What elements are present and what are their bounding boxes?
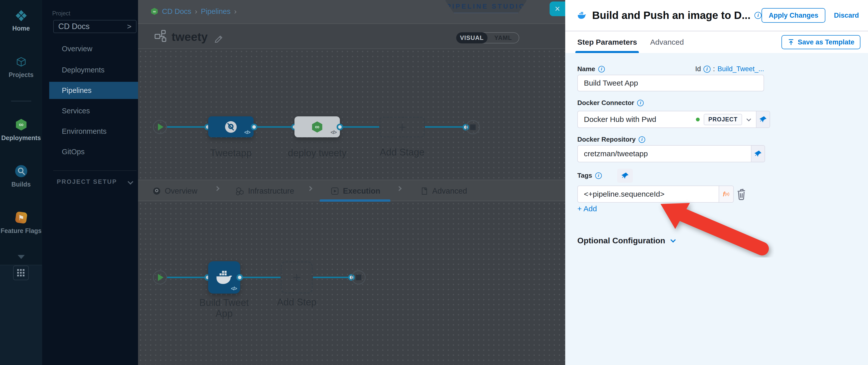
connector-line xyxy=(343,126,379,128)
sidebar-item-services[interactable]: Services xyxy=(42,102,138,119)
fx-expression-button[interactable]: f(x) xyxy=(719,186,733,202)
add-stage-button[interactable]: + xyxy=(379,117,425,138)
deployments-icon: ∞ xyxy=(14,118,28,131)
pin-icon xyxy=(759,116,767,123)
docker-icon xyxy=(577,9,587,21)
project-selector[interactable]: CD Docs > xyxy=(53,20,136,33)
step-id-value[interactable]: Build_Tweet_... xyxy=(717,65,764,73)
step-node-build-tweet-app[interactable]: </> xyxy=(208,261,240,294)
toggle-visual[interactable]: VISUAL xyxy=(456,32,488,43)
pipeline-studio-banner: PIPELINE STUDIO xyxy=(445,0,527,13)
stage-label: deploy tweety xyxy=(287,148,347,158)
docker-icon xyxy=(216,270,233,284)
connector-dot xyxy=(237,274,243,281)
step-id: Id i : Build_Tweet_... xyxy=(695,65,764,73)
info-icon[interactable]: i xyxy=(754,12,762,19)
step-label: Build Tweet App xyxy=(192,297,256,319)
active-tab-underline xyxy=(320,200,390,202)
advanced-tab-icon xyxy=(420,187,428,195)
save-as-template-button[interactable]: Save as Template xyxy=(781,35,861,49)
close-drawer-button[interactable]: × xyxy=(550,1,565,16)
pipeline-title: tweety xyxy=(172,30,208,44)
breadcrumb-link-project[interactable]: CD Docs xyxy=(162,7,191,16)
sidebar-divider xyxy=(53,171,136,171)
tab-advanced[interactable]: Advanced xyxy=(650,38,684,47)
svg-text:∞: ∞ xyxy=(315,123,319,130)
rail-item-label: Home xyxy=(12,25,30,32)
svg-text:∞: ∞ xyxy=(153,9,156,13)
stage-canvas: </> ∞ </> + Tweetapp deploy tweety Add S… xyxy=(138,49,565,180)
info-icon[interactable]: i xyxy=(637,100,644,106)
tab-step-parameters[interactable]: Step Parameters xyxy=(577,38,637,47)
toggle-yaml[interactable]: YAML xyxy=(482,32,519,43)
pin-segment[interactable] xyxy=(756,111,770,127)
connector-line xyxy=(313,277,348,278)
tab-infrastructure[interactable]: Infrastructure xyxy=(236,180,294,202)
optional-configuration-toggle[interactable]: Optional Configuration xyxy=(577,236,675,245)
play-icon xyxy=(158,274,163,281)
visual-yaml-toggle: VISUAL YAML xyxy=(456,32,519,43)
edit-pencil-icon[interactable] xyxy=(214,33,224,43)
chevron-down-icon xyxy=(671,237,676,243)
upload-icon xyxy=(787,39,795,46)
sidebar-item-environments[interactable]: Environments xyxy=(42,123,138,140)
info-icon[interactable]: i xyxy=(704,66,711,73)
sidebar-item-pipelines[interactable]: Pipelines xyxy=(49,82,138,99)
sidebar-item-overview[interactable]: Overview xyxy=(42,40,138,57)
sidebar-item-deployments[interactable]: Deployments xyxy=(42,61,138,79)
add-tag-link[interactable]: + Add xyxy=(577,205,597,213)
rail-item-projects[interactable]: Projects xyxy=(0,56,42,79)
apply-changes-button[interactable]: Apply Changes xyxy=(762,8,825,23)
plus-icon: + xyxy=(293,270,301,284)
pin-segment[interactable] xyxy=(751,146,765,162)
module-grid-button[interactable] xyxy=(13,266,29,280)
tags-pin-button[interactable] xyxy=(617,169,633,183)
rail-item-home[interactable]: Home xyxy=(0,9,42,32)
project-setup-toggle[interactable]: PROJECT SETUP xyxy=(57,178,132,185)
info-icon[interactable]: i xyxy=(598,66,605,72)
stage-node-tweetapp[interactable]: </> xyxy=(208,116,254,137)
stage-node-deploy-tweety[interactable]: ∞ </> xyxy=(294,116,340,137)
breadcrumb-separator: › xyxy=(195,7,197,16)
breadcrumb: ∞ CD Docs › Pipelines › xyxy=(150,7,237,16)
tab-overview[interactable]: Overview xyxy=(153,180,197,202)
drawer-header: Build and Push an image to D... i Apply … xyxy=(565,0,868,31)
info-icon[interactable]: i xyxy=(639,136,645,143)
docker-repository-input[interactable]: cretzman/tweetapp xyxy=(577,145,765,162)
chevron-right-icon xyxy=(307,186,312,191)
rail-item-deployments[interactable]: ∞ Deployments xyxy=(0,118,42,142)
breadcrumb-link-pipelines[interactable]: Pipelines xyxy=(201,7,230,16)
pin-icon xyxy=(621,172,629,180)
build-stage-icon xyxy=(224,121,237,133)
svg-text:∞: ∞ xyxy=(19,121,24,128)
stage-tab-strip: Overview Infrastructure Execution xyxy=(138,180,565,201)
discard-button[interactable]: Discard xyxy=(834,11,859,20)
grid-icon xyxy=(17,269,25,277)
chevron-right-icon xyxy=(397,186,402,191)
rail-item-label: Projects xyxy=(8,71,34,79)
rail-more-chevron-icon[interactable] xyxy=(18,255,25,259)
sidebar-item-gitops[interactable]: GitOps xyxy=(42,143,138,160)
connector-line xyxy=(167,126,205,128)
stop-icon xyxy=(470,124,476,130)
execution-end-node xyxy=(351,270,366,284)
rail-item-feature-flags[interactable]: ⚑ Feature Flags xyxy=(0,211,42,235)
tab-advanced[interactable]: Advanced xyxy=(420,180,467,202)
pipeline-end-node xyxy=(466,120,480,134)
name-input[interactable]: Build Tweet App xyxy=(577,75,764,91)
add-step-button[interactable]: + xyxy=(281,261,313,294)
delete-tag-icon[interactable] xyxy=(736,188,747,200)
connector-status-dot xyxy=(696,118,700,121)
stage-label: Tweetapp xyxy=(208,148,254,158)
breadcrumb-row: ∞ CD Docs › Pipelines › PIPELINE STUDIO xyxy=(138,0,565,24)
pipeline-icon xyxy=(154,30,167,43)
project-section-label: Project xyxy=(52,10,70,17)
rail-item-builds[interactable]: Builds xyxy=(0,164,42,188)
tab-execution[interactable]: Execution xyxy=(331,180,380,202)
tag-input-row[interactable]: <+pipeline.sequenceId> f(x) xyxy=(577,185,734,203)
stop-icon xyxy=(356,275,361,280)
info-icon[interactable]: i xyxy=(595,173,602,179)
docker-connector-select[interactable]: Docker Hub with Pwd PROJECT xyxy=(577,111,770,128)
step-label: Add Step xyxy=(272,297,322,308)
docker-repository-label: Docker Repository i xyxy=(577,135,645,143)
